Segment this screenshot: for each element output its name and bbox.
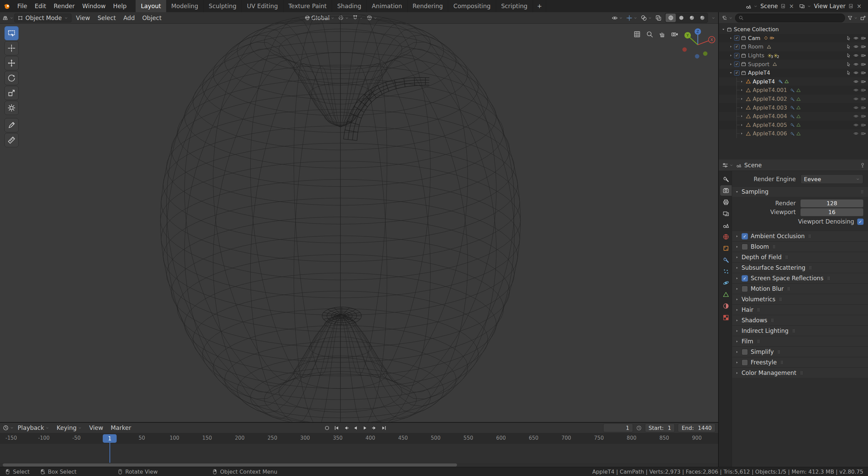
view-layer-selector[interactable]: View Layer × bbox=[798, 2, 864, 10]
collection-checkbox[interactable]: ✓ bbox=[734, 61, 739, 67]
panel-drag-dots-icon[interactable] bbox=[756, 307, 761, 312]
collection-checkbox[interactable]: ✓ bbox=[734, 70, 739, 76]
panel-volumetrics[interactable]: Volumetrics bbox=[732, 294, 868, 304]
properties-tab-objectdata[interactable] bbox=[720, 289, 732, 300]
panel-closed-arrow-icon[interactable] bbox=[735, 371, 739, 375]
toggle-hide-icon[interactable] bbox=[853, 62, 859, 67]
view-layer-icon[interactable] bbox=[799, 3, 805, 9]
tool-box-select[interactable] bbox=[4, 26, 19, 40]
expand-closed-icon[interactable] bbox=[729, 45, 733, 49]
blender-logo-icon[interactable] bbox=[0, 0, 14, 12]
outliner-row-room[interactable]: ✓Room bbox=[719, 42, 868, 51]
panel-checkbox-motion-blur[interactable] bbox=[742, 286, 748, 292]
toggle-render-icon[interactable] bbox=[861, 105, 866, 110]
transport-playrev-button[interactable] bbox=[351, 424, 360, 432]
workspace-tab-rendering[interactable]: Rendering bbox=[408, 0, 448, 12]
transport-jumpend-button[interactable] bbox=[380, 424, 388, 432]
panel-drag-dots-icon[interactable] bbox=[776, 349, 781, 354]
frame-end-field[interactable]: End: 1440 bbox=[678, 423, 715, 432]
menu-render[interactable]: Render bbox=[50, 3, 78, 9]
expand-closed-icon[interactable] bbox=[740, 106, 744, 110]
properties-tab-output[interactable] bbox=[720, 197, 732, 207]
toggle-hide-icon[interactable] bbox=[853, 70, 859, 75]
current-frame-marker[interactable]: 1 bbox=[103, 434, 117, 443]
panel-closed-arrow-icon[interactable] bbox=[735, 255, 739, 259]
panel-closed-arrow-icon[interactable] bbox=[735, 266, 739, 270]
toggle-hide-icon[interactable] bbox=[853, 36, 859, 41]
outliner-row-applet4[interactable]: ✓AppleT4 bbox=[719, 69, 868, 77]
navigation-gizmo[interactable]: ZYX bbox=[679, 26, 717, 64]
transport-play-button[interactable] bbox=[361, 424, 369, 432]
panel-checkbox-screen-space-reflections[interactable]: ✓ bbox=[742, 275, 748, 282]
workspace-tab-texture-paint[interactable]: Texture Paint bbox=[283, 0, 332, 12]
sampling-panel-header[interactable]: Sampling bbox=[732, 186, 868, 197]
tool-transform[interactable] bbox=[4, 101, 19, 115]
panel-checkbox-bloom[interactable] bbox=[742, 244, 748, 250]
toggle-render-icon[interactable] bbox=[861, 62, 866, 67]
menu-edit[interactable]: Edit bbox=[31, 3, 50, 9]
toggle-hide-icon[interactable] bbox=[853, 53, 859, 58]
panel-checkbox-simplify[interactable] bbox=[742, 349, 748, 355]
panel-drag-dots-icon[interactable] bbox=[784, 255, 789, 260]
panel-drag-dots-icon[interactable] bbox=[808, 265, 813, 270]
toggle-select-icon[interactable] bbox=[846, 36, 851, 41]
viewport-zoom-button[interactable] bbox=[644, 28, 655, 40]
sampling-viewport-field[interactable]: 16 bbox=[801, 208, 863, 216]
menu-marker[interactable]: Marker bbox=[107, 424, 135, 431]
toggle-render-icon[interactable] bbox=[861, 70, 866, 75]
panel-hair[interactable]: Hair bbox=[732, 304, 868, 315]
tool-annotate[interactable] bbox=[4, 118, 19, 132]
frame-start-field[interactable]: Start: 1 bbox=[645, 423, 675, 432]
expand-closed-icon[interactable] bbox=[740, 97, 744, 101]
expand-closed-icon[interactable] bbox=[740, 88, 744, 92]
expand-closed-icon[interactable] bbox=[740, 123, 744, 127]
outliner-row-applet4-002[interactable]: AppleT4.002 bbox=[719, 95, 868, 103]
panel-closed-arrow-icon[interactable] bbox=[735, 308, 739, 312]
workspace-tab-scripting[interactable]: Scripting bbox=[496, 0, 533, 12]
outliner-filter-dropdown[interactable] bbox=[847, 15, 858, 21]
menu-keying[interactable]: Keying bbox=[53, 424, 85, 431]
toggle-hide-icon[interactable] bbox=[853, 44, 859, 49]
properties-tab-modifier[interactable] bbox=[720, 254, 732, 265]
panel-drag-dots-icon[interactable] bbox=[778, 297, 783, 302]
panel-closed-arrow-icon[interactable] bbox=[735, 298, 739, 301]
menu-playback[interactable]: Playback bbox=[14, 424, 53, 431]
collection-checkbox[interactable]: ✓ bbox=[734, 53, 739, 58]
panel-checkbox-freestyle[interactable] bbox=[742, 359, 748, 366]
toggle-render-icon[interactable] bbox=[861, 44, 866, 49]
workspace-tab-modeling[interactable]: Modeling bbox=[166, 0, 204, 12]
panel-indirect-lighting[interactable]: Indirect Lighting bbox=[732, 325, 868, 336]
panel-motion-blur[interactable]: Motion Blur bbox=[732, 283, 868, 294]
workspace-tab-uv-editing[interactable]: UV Editing bbox=[242, 0, 283, 12]
tool-measure[interactable] bbox=[4, 133, 19, 147]
pin-icon[interactable] bbox=[860, 163, 865, 168]
panel-shadows[interactable]: Shadows bbox=[732, 315, 868, 325]
outliner-search-input[interactable] bbox=[735, 14, 845, 22]
expand-closed-icon[interactable] bbox=[740, 80, 744, 83]
toggle-render-icon[interactable] bbox=[861, 114, 866, 119]
panel-simplify[interactable]: Simplify bbox=[732, 346, 868, 357]
sampling-render-field[interactable]: 128 bbox=[801, 199, 863, 207]
panel-closed-arrow-icon[interactable] bbox=[735, 340, 739, 343]
properties-tab-scene[interactable] bbox=[720, 220, 732, 230]
transport-prevkey-button[interactable] bbox=[342, 424, 350, 432]
panel-drag-dots-icon[interactable] bbox=[786, 286, 791, 291]
properties-tab-material[interactable] bbox=[720, 301, 732, 311]
outliner-row-scene-collection[interactable]: Scene Collection bbox=[719, 25, 868, 34]
new-view-layer-icon[interactable] bbox=[848, 3, 854, 9]
tool-cursor[interactable] bbox=[4, 41, 19, 55]
panel-drag-dots-icon[interactable] bbox=[826, 276, 831, 281]
menu-file[interactable]: File bbox=[14, 3, 31, 9]
panel-drag-dots-icon[interactable] bbox=[770, 318, 775, 323]
remove-view-layer-button[interactable]: × bbox=[856, 3, 863, 9]
toggle-hide-icon[interactable] bbox=[853, 131, 859, 136]
properties-tab-objecttab[interactable] bbox=[720, 243, 732, 253]
panel-color-management[interactable]: Color Management bbox=[732, 367, 868, 378]
viewport-hand-button[interactable] bbox=[656, 28, 668, 40]
toggle-render-icon[interactable] bbox=[861, 122, 866, 128]
menu-help[interactable]: Help bbox=[110, 3, 131, 9]
outliner-row-applet4-003[interactable]: AppleT4.003 bbox=[719, 103, 868, 112]
tool-move[interactable] bbox=[4, 56, 19, 70]
viewport-3d[interactable]: ZYX bbox=[0, 12, 718, 422]
timeline-scrollbar[interactable] bbox=[3, 463, 457, 467]
